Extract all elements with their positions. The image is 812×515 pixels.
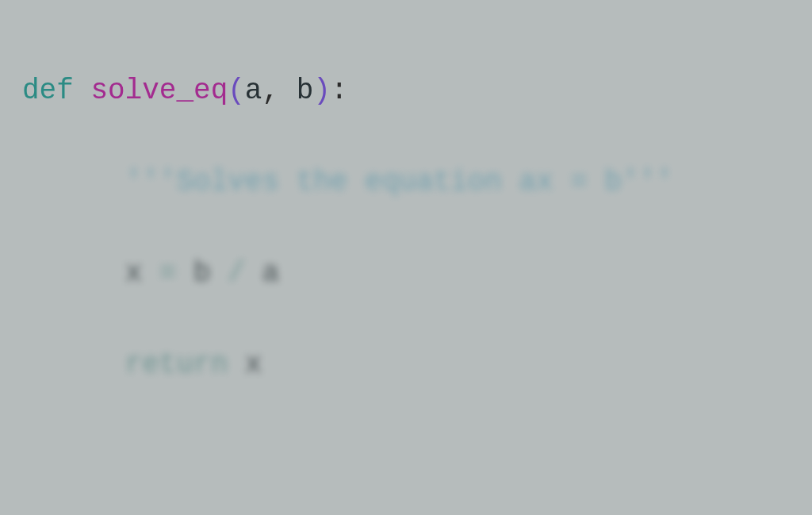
left-paren: ( xyxy=(228,75,245,107)
code-line-1: def solve_eq(a, b): xyxy=(22,68,790,114)
code-line-6: a = 2 xyxy=(22,505,790,515)
right-paren: ) xyxy=(313,75,331,107)
docstring: '''Solves the equation ax = b''' xyxy=(125,166,673,198)
var-a-assign: a xyxy=(22,511,40,515)
op-assign: = xyxy=(159,257,177,290)
code-line-2: '''Solves the equation ax = b''' xyxy=(22,159,790,206)
return-var-x: x xyxy=(245,348,262,381)
param-b: b xyxy=(297,75,314,107)
var-x: x xyxy=(125,257,143,290)
keyword-def: def xyxy=(22,75,74,107)
var-a: a xyxy=(262,257,280,290)
op-divide: / xyxy=(228,257,245,290)
function-name: solve_eq xyxy=(90,75,228,107)
keyword-return: return xyxy=(125,348,228,381)
param-a: a xyxy=(245,75,262,107)
op-assign: = xyxy=(56,511,74,515)
code-block: def solve_eq(a, b): '''Solves the equati… xyxy=(22,22,790,515)
var-b: b xyxy=(193,257,211,290)
code-line-3: x = b / a xyxy=(22,251,790,297)
literal-2: 2 xyxy=(90,511,108,515)
code-line-4: return x xyxy=(22,342,790,388)
